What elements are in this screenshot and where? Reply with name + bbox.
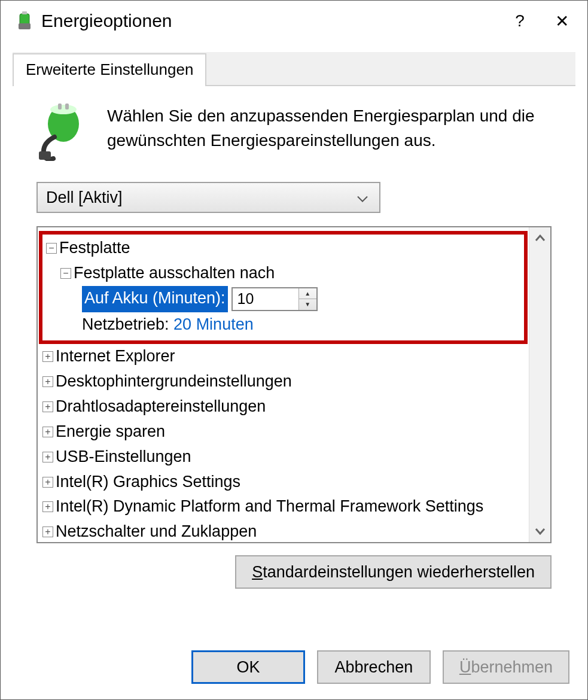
svg-rect-5 — [58, 104, 62, 109]
tree-item[interactable]: + Energie sparen — [38, 419, 529, 445]
cancel-button[interactable]: Abbrechen — [317, 650, 431, 684]
tree-item-festplatte[interactable]: − Festplatte — [45, 236, 522, 261]
setting-value-link[interactable]: 20 Minuten — [173, 312, 254, 337]
svg-rect-2 — [19, 23, 31, 29]
settings-tree-container: − Festplatte − Festplatte ausschalten na… — [36, 226, 552, 543]
content-area: Wählen Sie den anzupassenden Energiespar… — [1, 86, 587, 638]
tree-label: Desktophintergrundeinstellungen — [56, 369, 292, 394]
tree-label: Energie sparen — [56, 419, 165, 445]
power-plan-select[interactable]: Dell [Aktiv] — [36, 182, 380, 213]
tree-label: Intel(R) Dynamic Platform and Thermal Fr… — [56, 494, 483, 519]
close-button[interactable]: ✕ — [541, 6, 583, 36]
collapse-icon[interactable]: − — [60, 268, 71, 279]
tree-label: Netzschalter und Zuklappen — [56, 519, 257, 542]
setting-on-battery[interactable]: Auf Akku (Minuten): ▲ ▼ — [45, 286, 522, 312]
dialog-footer: OK Abbrechen Übernehmen — [1, 638, 587, 699]
svg-rect-7 — [39, 151, 51, 160]
minutes-spinner[interactable]: ▲ ▼ — [231, 287, 318, 311]
svg-rect-1 — [22, 11, 27, 14]
restore-defaults-button[interactable]: Standardeinstellungen wiederherstellen — [235, 555, 552, 589]
setting-label-selected: Auf Akku (Minuten): — [82, 286, 228, 312]
apply-button[interactable]: Übernehmen — [443, 650, 569, 684]
chevron-down-icon — [357, 188, 368, 207]
setting-label: Netzbetrieb: — [82, 312, 169, 337]
tree-item[interactable]: + Desktophintergrundeinstellungen — [38, 369, 529, 394]
power-plan-selected: Dell [Aktiv] — [46, 188, 123, 207]
tree-item[interactable]: + Intel(R) Dynamic Platform and Thermal … — [38, 494, 529, 519]
highlight-box: − Festplatte − Festplatte ausschalten na… — [39, 231, 528, 344]
minutes-input[interactable] — [233, 288, 298, 310]
help-button[interactable]: ? — [499, 6, 541, 36]
scroll-up-icon[interactable] — [529, 227, 550, 249]
svg-point-4 — [50, 105, 77, 114]
tree-item-ausschalten-nach[interactable]: − Festplatte ausschalten nach — [45, 261, 522, 286]
tree-label: Intel(R) Graphics Settings — [56, 470, 240, 495]
svg-rect-6 — [65, 104, 69, 109]
scroll-down-icon[interactable] — [529, 521, 550, 542]
tree-label: Festplatte — [59, 236, 130, 261]
tree-item[interactable]: + Drahtlosadaptereinstellungen — [38, 394, 529, 419]
collapse-icon[interactable]: − — [46, 243, 57, 254]
expand-icon[interactable]: + — [42, 526, 53, 537]
spinner-up-icon[interactable]: ▲ — [299, 288, 316, 300]
tabstrip: Erweiterte Einstellungen — [13, 52, 575, 86]
expand-icon[interactable]: + — [42, 477, 53, 488]
tree-item[interactable]: + USB-Einstellungen — [38, 445, 529, 470]
power-options-dialog: Energieoptionen ? ✕ Erweiterte Einstellu… — [0, 0, 588, 700]
expand-icon[interactable]: + — [42, 501, 53, 512]
intro: Wählen Sie den anzupassenden Energiespar… — [36, 104, 552, 158]
expand-icon[interactable]: + — [42, 452, 53, 462]
titlebar: Energieoptionen ? ✕ — [1, 1, 587, 41]
vertical-scrollbar[interactable] — [529, 227, 550, 542]
battery-icon — [13, 9, 36, 33]
expand-icon[interactable]: + — [42, 351, 53, 362]
tree-label: USB-Einstellungen — [56, 445, 191, 470]
tree-label: Festplatte ausschalten nach — [74, 261, 275, 286]
ok-button[interactable]: OK — [191, 650, 305, 684]
expand-icon[interactable]: + — [42, 401, 53, 412]
battery-plug-icon — [36, 104, 90, 158]
tree-item[interactable]: + Internet Explorer — [38, 344, 529, 369]
tab-advanced-settings[interactable]: Erweiterte Einstellungen — [13, 53, 206, 86]
restore-row: Standardeinstellungen wiederherstellen — [36, 555, 552, 589]
window-title: Energieoptionen — [41, 11, 499, 31]
setting-plugged-in[interactable]: Netzbetrieb: 20 Minuten — [45, 312, 522, 337]
spinner-down-icon[interactable]: ▼ — [299, 299, 316, 310]
intro-text: Wählen Sie den anzupassenden Energiespar… — [107, 104, 552, 153]
tree-item[interactable]: + Intel(R) Graphics Settings — [38, 470, 529, 495]
expand-icon[interactable]: + — [42, 427, 53, 437]
tree-label: Internet Explorer — [56, 344, 175, 369]
settings-tree[interactable]: − Festplatte − Festplatte ausschalten na… — [38, 227, 529, 542]
expand-icon[interactable]: + — [42, 376, 53, 387]
tree-label: Drahtlosadaptereinstellungen — [56, 394, 266, 419]
tree-item[interactable]: + Netzschalter und Zuklappen — [38, 519, 529, 542]
